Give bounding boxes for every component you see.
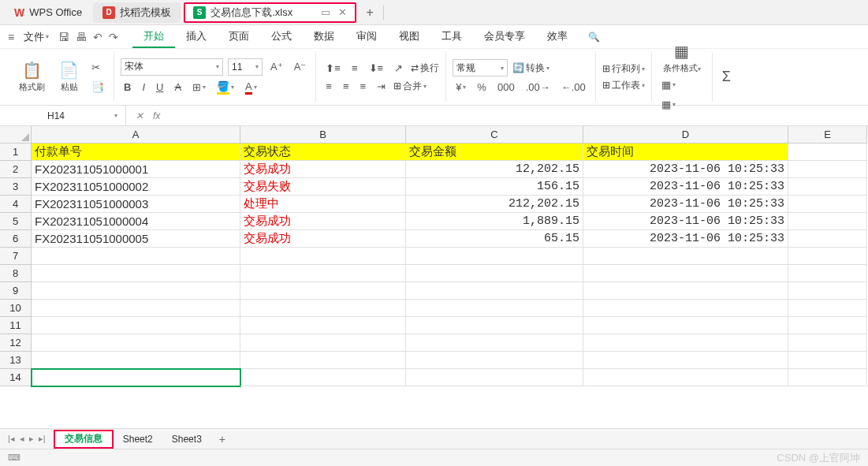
cancel-fx-icon[interactable]: ✕ [136,110,143,121]
cell[interactable] [788,230,867,248]
cell[interactable] [788,248,867,265]
percent-button[interactable]: % [474,80,490,95]
row-header[interactable]: 13 [0,352,32,369]
col-header-e[interactable]: E [788,126,867,144]
grow-font-button[interactable]: A⁺ [267,59,286,74]
formula-input[interactable] [170,106,868,125]
cell[interactable]: 2023-11-06 10:25:33 [583,161,788,178]
sheet-first-icon[interactable]: |◂ [6,434,17,444]
close-icon[interactable]: ✕ [338,6,347,18]
inc-decimal-button[interactable]: .00→ [523,80,553,95]
col-header-a[interactable]: A [32,126,240,144]
paste-button[interactable]: 📄 粘贴 [54,61,84,93]
cell[interactable] [583,300,788,317]
menu-review[interactable]: 审阅 [345,26,388,48]
menu-data[interactable]: 数据 [303,26,345,48]
cell[interactable]: FX202311051000003 [32,196,240,213]
cell[interactable] [406,369,583,386]
row-header[interactable]: 8 [0,265,32,282]
cell[interactable] [32,300,240,317]
file-menu[interactable]: 文件▾ [20,30,52,44]
cell[interactable] [406,265,583,282]
print-icon[interactable]: 🖶 [76,31,87,43]
status-indicator-icon[interactable]: ⌨ [8,453,20,463]
undo-icon[interactable]: ↶ [93,31,102,43]
cell[interactable] [788,144,867,161]
number-format-select[interactable]: 常规▾ [453,59,508,76]
add-sheet-button[interactable]: + [211,433,233,445]
format-painter-button[interactable]: 📋 格式刷 [14,61,50,93]
sheet-tab-1[interactable]: 交易信息 [55,431,112,447]
rowcol-button[interactable]: ⊞ 行和列▾ [602,62,645,76]
menu-page[interactable]: 页面 [218,26,260,48]
cell[interactable] [240,282,406,300]
cell[interactable]: FX202311051000001 [32,161,240,178]
shrink-font-button[interactable]: A⁻ [291,59,310,74]
cell[interactable] [240,352,406,369]
cells-area[interactable]: 付款单号交易状态交易金额交易时间FX202311051000001交易成功12,… [32,144,868,386]
row-header[interactable]: 7 [0,248,32,265]
select-all-button[interactable] [0,126,32,144]
col-header-d[interactable]: D [583,126,788,144]
italic-button[interactable]: I [139,80,148,95]
cell[interactable]: 2023-11-06 10:25:33 [583,230,788,248]
align-center-button[interactable]: ≡ [340,79,352,94]
redo-icon[interactable]: ↷ [109,31,118,43]
cell[interactable]: FX202311051000005 [32,230,240,248]
cell[interactable]: 156.15 [406,178,583,196]
comma-button[interactable]: 000 [494,80,518,95]
align-left-button[interactable]: ≡ [322,79,335,94]
wps-home-tab[interactable]: W WPS Office [6,2,90,23]
row-header[interactable]: 5 [0,213,32,230]
cell[interactable] [406,334,583,352]
file-tab[interactable]: S 交易信息下载.xlsx ▭ ✕ [184,2,356,23]
cell[interactable] [788,352,867,369]
cell[interactable] [406,248,583,265]
cell[interactable] [240,317,406,334]
cell[interactable] [788,161,867,178]
cell[interactable] [583,369,788,386]
cell[interactable]: 65.15 [406,230,583,248]
fx-icon[interactable]: fx [153,110,160,121]
font-select[interactable]: 宋体▾ [121,58,223,76]
align-middle-button[interactable]: ≡ [348,61,361,76]
copy-button[interactable]: 📑 [88,80,107,95]
cell[interactable]: 交易成功 [240,230,406,248]
cell[interactable] [32,317,240,334]
worksheet-button[interactable]: ⊞ 工作表▾ [602,79,645,92]
cell[interactable] [788,213,867,230]
cell[interactable] [240,265,406,282]
row-header[interactable]: 3 [0,178,32,196]
align-bottom-button[interactable]: ⬇≡ [366,61,387,76]
row-header[interactable]: 11 [0,317,32,334]
row-header[interactable]: 4 [0,196,32,213]
menu-member[interactable]: 会员专享 [473,26,536,48]
menu-insert[interactable]: 插入 [175,26,218,48]
convert-button[interactable]: 🔄 转换▾ [512,62,549,75]
merge-button[interactable]: ⊞ 合并▾ [393,80,427,93]
sum-button[interactable]: Σ [719,67,734,87]
cell[interactable] [32,265,240,282]
cut-button[interactable]: ✂ [88,60,107,75]
cell[interactable]: 交易状态 [240,144,406,161]
col-header-b[interactable]: B [240,126,406,144]
align-top-button[interactable]: ⬆≡ [322,61,344,76]
cell[interactable] [406,352,583,369]
bold-button[interactable]: B [121,80,134,95]
orientation-button[interactable]: ↗ [391,61,406,76]
size-select[interactable]: 11▾ [228,58,263,76]
cell[interactable] [788,196,867,213]
menu-view[interactable]: 视图 [388,26,430,48]
cell[interactable] [32,282,240,300]
menu-start[interactable]: 开始 [132,26,175,48]
cell[interactable] [583,317,788,334]
cell[interactable] [788,317,867,334]
sheet-tab-3[interactable]: Sheet3 [162,429,211,449]
cell[interactable]: 交易时间 [583,144,788,161]
cell[interactable] [583,334,788,352]
cell[interactable] [788,300,867,317]
search-icon[interactable]: 🔍 [588,32,600,43]
sheet-next-icon[interactable]: ▸ [28,434,35,444]
cell[interactable] [788,369,867,386]
align-right-button[interactable]: ≡ [357,79,370,94]
